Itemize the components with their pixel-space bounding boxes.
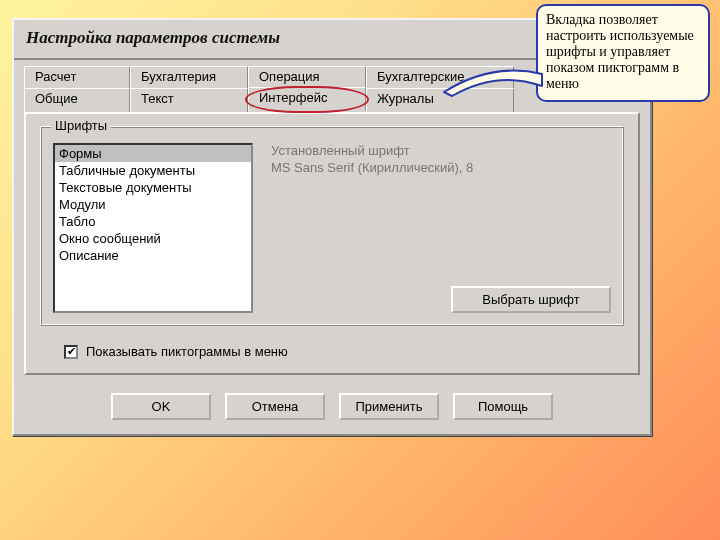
list-item[interactable]: Формы — [55, 145, 251, 162]
callout-tail-icon — [442, 62, 542, 102]
group-fonts-label: Шрифты — [51, 118, 111, 133]
tab-tekst[interactable]: Текст — [130, 88, 248, 112]
tab-buhgalteria[interactable]: Бухгалтерия — [130, 66, 248, 88]
tab-raschet[interactable]: Расчет — [24, 66, 130, 88]
dialog-button-row: OK Отмена Применить Помощь — [24, 393, 640, 420]
list-item[interactable]: Текстовые документы — [55, 179, 251, 196]
choose-font-button[interactable]: Выбрать шрифт — [451, 286, 611, 313]
tab-operatsiya[interactable]: Операция — [248, 66, 366, 88]
show-icons-row: ✔ Показывать пиктограммы в меню — [40, 344, 624, 359]
show-icons-label: Показывать пиктограммы в меню — [86, 344, 288, 359]
group-fonts: Шрифты Формы Табличные документы Текстов… — [40, 126, 624, 326]
installed-font-value: MS Sans Serif (Кириллический), 8 — [271, 160, 611, 175]
cancel-button[interactable]: Отмена — [225, 393, 325, 420]
tab-interfeis-label: Интерфейс — [259, 90, 327, 105]
list-item[interactable]: Модули — [55, 196, 251, 213]
callout-tooltip: Вкладка позволяет настроить используемые… — [536, 4, 710, 102]
apply-button[interactable]: Применить — [339, 393, 439, 420]
tab-panel-interfeis: Шрифты Формы Табличные документы Текстов… — [24, 112, 640, 375]
list-item[interactable]: Окно сообщений — [55, 230, 251, 247]
help-button[interactable]: Помощь — [453, 393, 553, 420]
list-item[interactable]: Табличные документы — [55, 162, 251, 179]
font-details: Установленный шрифт MS Sans Serif (Кирил… — [271, 143, 611, 313]
client-area: Расчет Бухгалтерия Операция Бухгалтерски… — [14, 60, 650, 434]
ok-button[interactable]: OK — [111, 393, 211, 420]
font-target-list[interactable]: Формы Табличные документы Текстовые доку… — [53, 143, 253, 313]
check-icon: ✔ — [67, 346, 76, 357]
tab-interfeis[interactable]: Интерфейс — [248, 87, 366, 111]
list-item[interactable]: Табло — [55, 213, 251, 230]
tab-obshchie[interactable]: Общие — [24, 88, 130, 112]
list-item[interactable]: Описание — [55, 247, 251, 264]
show-icons-checkbox[interactable]: ✔ — [64, 345, 78, 359]
callout-text: Вкладка позволяет настроить используемые… — [546, 12, 694, 91]
installed-font-label: Установленный шрифт — [271, 143, 611, 158]
